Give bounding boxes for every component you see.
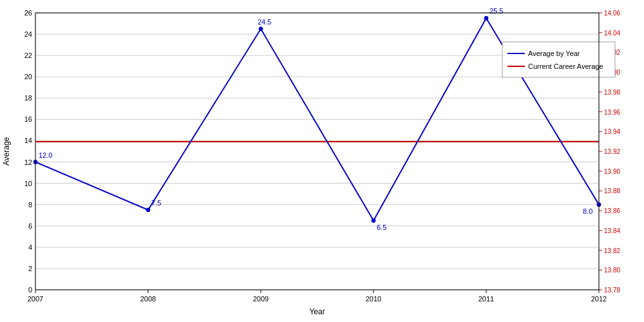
svg-text:25.5: 25.5 xyxy=(489,7,503,15)
svg-text:14.04: 14.04 xyxy=(604,30,620,37)
svg-text:13.98: 13.98 xyxy=(604,89,620,96)
svg-text:20: 20 xyxy=(24,73,32,80)
svg-text:2007: 2007 xyxy=(28,295,43,303)
svg-text:4: 4 xyxy=(28,243,32,251)
svg-text:13.92: 13.92 xyxy=(604,148,620,155)
svg-text:10: 10 xyxy=(24,180,32,187)
svg-text:13.96: 13.96 xyxy=(604,109,620,116)
svg-text:24: 24 xyxy=(24,30,32,38)
svg-text:7.5: 7.5 xyxy=(151,199,161,207)
svg-text:2012: 2012 xyxy=(591,295,607,303)
svg-text:13.88: 13.88 xyxy=(604,187,620,194)
svg-text:14: 14 xyxy=(24,137,32,144)
svg-text:12: 12 xyxy=(24,158,32,166)
svg-text:12.0: 12.0 xyxy=(39,151,52,159)
svg-text:13.86: 13.86 xyxy=(604,207,620,214)
svg-text:13.82: 13.82 xyxy=(604,247,620,254)
svg-text:2009: 2009 xyxy=(253,295,269,303)
svg-text:13.94: 13.94 xyxy=(604,128,620,135)
svg-text:24.5: 24.5 xyxy=(258,18,271,26)
svg-text:13.78: 13.78 xyxy=(604,287,620,294)
svg-text:16: 16 xyxy=(24,115,32,123)
svg-text:22: 22 xyxy=(24,52,32,59)
svg-point-81 xyxy=(372,219,375,223)
svg-text:13.90: 13.90 xyxy=(604,168,620,175)
svg-text:Average: Average xyxy=(2,137,11,166)
svg-text:26: 26 xyxy=(24,9,32,17)
svg-text:Current Career Average: Current Career Average xyxy=(528,62,603,70)
svg-text:2010: 2010 xyxy=(366,295,381,303)
svg-text:0: 0 xyxy=(28,286,32,294)
svg-text:6.5: 6.5 xyxy=(377,223,386,231)
svg-text:2011: 2011 xyxy=(478,295,494,303)
chart-svg: 02468101214161820222426Average13.7813.80… xyxy=(0,0,644,322)
svg-text:Year: Year xyxy=(309,307,325,316)
svg-text:14.06: 14.06 xyxy=(604,10,620,17)
svg-point-79 xyxy=(259,27,263,31)
svg-text:13.84: 13.84 xyxy=(604,227,620,234)
svg-text:6: 6 xyxy=(28,222,32,230)
svg-text:Average by Year: Average by Year xyxy=(528,50,580,57)
svg-text:18: 18 xyxy=(24,94,32,102)
svg-point-83 xyxy=(484,16,488,20)
svg-rect-87 xyxy=(502,42,615,77)
svg-text:8.0: 8.0 xyxy=(583,207,592,215)
svg-point-77 xyxy=(146,208,150,212)
svg-text:2008: 2008 xyxy=(140,295,156,303)
svg-text:8: 8 xyxy=(28,201,32,209)
svg-text:2: 2 xyxy=(28,265,32,272)
svg-text:13.80: 13.80 xyxy=(604,267,620,274)
chart-container: 02468101214161820222426Average13.7813.80… xyxy=(0,0,644,322)
